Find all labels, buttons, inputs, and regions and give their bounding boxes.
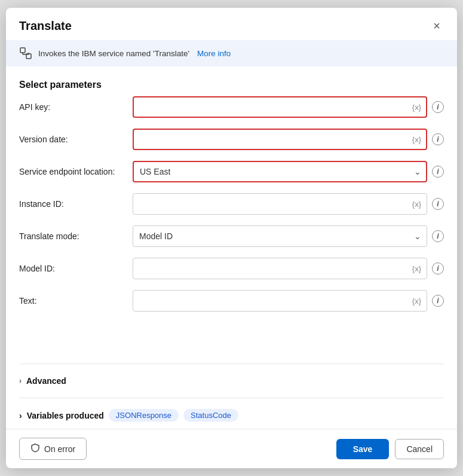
banner-text: Invokes the IBM service named 'Translate…: [38, 49, 189, 58]
advanced-section[interactable]: › Advanced: [6, 370, 457, 392]
instance-id-info-icon[interactable]: i: [432, 198, 444, 210]
instance-id-control: {x} i: [133, 193, 444, 215]
model-id-clear-button[interactable]: {x}: [411, 264, 422, 274]
api-key-input-wrap: {x}: [133, 96, 427, 118]
json-response-tag: JSONResponse: [109, 409, 179, 422]
version-date-control: {x} i: [133, 129, 444, 150]
advanced-label: Advanced: [26, 376, 66, 386]
model-id-control: {x} i: [133, 258, 444, 279]
api-key-label: API key:: [19, 102, 127, 112]
version-date-label: Version date:: [19, 135, 127, 144]
instance-id-row: Instance ID: {x} i: [19, 193, 444, 215]
text-info-icon[interactable]: i: [432, 295, 444, 307]
more-info-link[interactable]: More info: [197, 49, 231, 58]
translate-mode-control: Model ID Language pair ⌄ i: [133, 225, 444, 247]
api-key-control: {x} i: [133, 96, 444, 118]
advanced-chevron-icon: ›: [19, 377, 22, 385]
text-label: Text:: [19, 296, 127, 306]
info-banner: Invokes the IBM service named 'Translate…: [6, 40, 457, 66]
text-input[interactable]: [133, 290, 427, 312]
translate-mode-row: Translate mode: Model ID Language pair ⌄…: [19, 225, 444, 247]
form-body: API key: {x} i Version date: {x} i: [6, 96, 457, 358]
instance-id-clear-button[interactable]: {x}: [411, 199, 422, 209]
translate-dialog: Translate × Invokes the IBM service name…: [6, 8, 457, 468]
version-date-input[interactable]: [133, 129, 427, 150]
status-code-tag: StatusCode: [183, 409, 238, 422]
version-date-input-wrap: {x}: [133, 129, 427, 150]
save-button[interactable]: Save: [336, 439, 390, 459]
service-endpoint-label: Service endpoint location:: [19, 167, 127, 176]
text-row: Text: {x} i: [19, 290, 444, 312]
divider-1: [19, 364, 444, 364]
close-button[interactable]: ×: [430, 19, 444, 33]
version-date-row: Version date: {x} i: [19, 129, 444, 150]
version-date-info-icon[interactable]: i: [432, 133, 444, 145]
service-endpoint-control: US East US South EU Germany EU United Ki…: [133, 161, 444, 182]
translate-mode-select[interactable]: Model ID Language pair: [133, 225, 427, 247]
api-key-info-icon[interactable]: i: [432, 101, 444, 113]
dialog-title: Translate: [19, 19, 72, 33]
footer-right: Save Cancel: [336, 439, 444, 459]
service-endpoint-select-wrap: US East US South EU Germany EU United Ki…: [133, 161, 427, 182]
api-key-clear-button[interactable]: {x}: [411, 102, 422, 112]
svg-rect-0: [20, 48, 25, 53]
version-date-clear-button[interactable]: {x}: [411, 135, 422, 145]
text-control: {x} i: [133, 290, 444, 312]
translate-icon: [19, 47, 32, 60]
model-id-input[interactable]: [133, 258, 427, 279]
variables-section: › Variables produced JSONResponse Status…: [6, 404, 457, 429]
variables-chevron-icon: ›: [19, 411, 22, 420]
service-endpoint-row: Service endpoint location: US East US So…: [19, 161, 444, 182]
variables-label: Variables produced: [27, 411, 104, 420]
translate-mode-label: Translate mode:: [19, 231, 127, 241]
api-key-input[interactable]: [133, 96, 427, 118]
dialog-footer: On error Save Cancel: [6, 429, 457, 468]
model-id-info-icon[interactable]: i: [432, 263, 444, 274]
section-title: Select parameters: [6, 66, 457, 96]
instance-id-input-wrap: {x}: [133, 193, 427, 215]
instance-id-label: Instance ID:: [19, 199, 127, 209]
instance-id-input[interactable]: [133, 193, 427, 215]
model-id-input-wrap: {x}: [133, 258, 427, 279]
text-input-wrap: {x}: [133, 290, 427, 312]
divider-2: [19, 398, 444, 398]
model-id-row: Model ID: {x} i: [19, 258, 444, 279]
translate-mode-info-icon[interactable]: i: [432, 230, 444, 242]
shield-icon: [30, 443, 40, 454]
service-endpoint-select[interactable]: US East US South EU Germany EU United Ki…: [133, 161, 427, 182]
cancel-button[interactable]: Cancel: [395, 439, 444, 459]
service-endpoint-info-icon[interactable]: i: [432, 166, 444, 178]
dialog-header: Translate ×: [6, 8, 457, 40]
translate-mode-select-wrap: Model ID Language pair ⌄: [133, 225, 427, 247]
text-clear-button[interactable]: {x}: [411, 296, 422, 306]
on-error-button[interactable]: On error: [19, 438, 87, 460]
on-error-label: On error: [44, 444, 75, 454]
model-id-label: Model ID:: [19, 264, 127, 273]
api-key-row: API key: {x} i: [19, 96, 444, 118]
